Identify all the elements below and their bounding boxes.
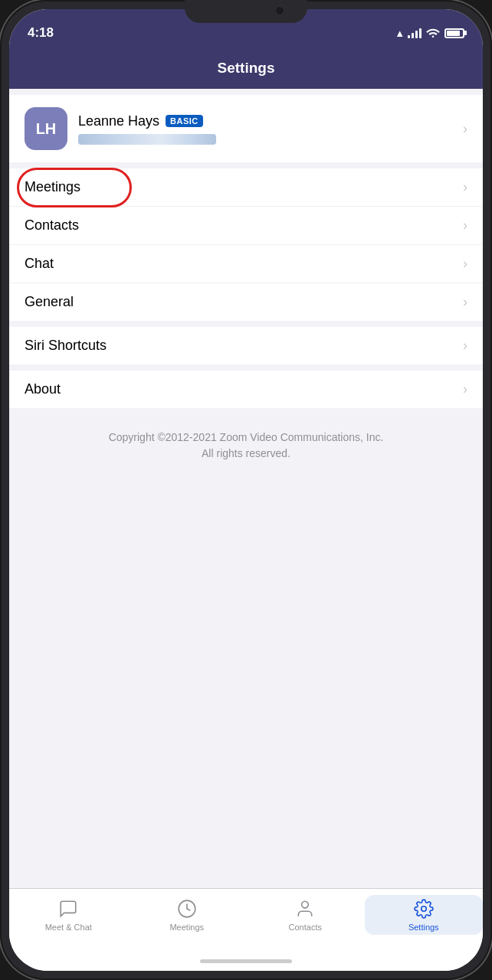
tab-meet-chat[interactable]: Meet & Chat [9,895,128,935]
general-chevron: › [463,294,467,310]
menu-section-3: About › [9,371,483,408]
phone-frame: 4:18 ▲ [0,0,492,980]
profile-row[interactable]: LH Leanne Hays BASIC › [9,95,483,162]
nav-bar: Settings [9,47,483,89]
profile-chevron: › [463,121,467,137]
contacts-chevron: › [463,217,467,234]
menu-label-about: About [25,381,463,397]
battery-fill [447,31,460,36]
battery-icon [444,28,464,38]
profile-info: Leanne Hays BASIC [78,113,463,145]
meetings-chevron: › [463,179,467,195]
meetings-tab-icon [176,898,198,920]
menu-item-meetings[interactable]: Meetings › [9,168,483,207]
signal-bar-1 [408,35,410,38]
contacts-tab-icon [294,898,316,920]
home-bar [200,959,292,963]
signal-bars [408,28,421,38]
camera [275,6,284,15]
copyright-text: Copyright ©2012-2021 Zoom Video Communic… [9,414,483,477]
plan-badge: BASIC [166,115,203,127]
menu-label-general: General [25,294,463,310]
tab-meetings-label: Meetings [169,923,204,932]
chat-chevron: › [463,256,467,272]
wifi-icon [426,27,440,40]
content: LH Leanne Hays BASIC › Meetings › [9,89,483,888]
menu-item-about[interactable]: About › [9,371,483,408]
signal-bar-3 [415,31,418,38]
menu-label-meetings: Meetings [25,179,463,195]
meet-chat-icon [57,898,79,920]
about-chevron: › [463,381,467,397]
tab-contacts-label: Contacts [289,923,322,932]
signal-bar-2 [412,33,414,38]
profile-name-row: Leanne Hays BASIC [78,113,463,129]
screen: 4:18 ▲ [9,9,483,971]
avatar: LH [25,107,67,150]
profile-email-blurred [78,134,216,145]
top-spacer [9,89,483,95]
location-icon: ▲ [395,28,405,39]
signal-bar-4 [419,28,421,38]
tab-settings[interactable]: Settings [365,895,484,935]
status-icons [408,27,464,40]
menu-section-1: Meetings › Contacts › Chat › General › [9,168,483,321]
profile-section: LH Leanne Hays BASIC › [9,95,483,162]
status-time: 4:18 [28,25,395,41]
menu-item-siri[interactable]: Siri Shortcuts › [9,327,483,364]
siri-chevron: › [463,338,467,354]
menu-label-contacts: Contacts [25,217,463,234]
profile-name: Leanne Hays [78,113,159,129]
tab-meetings[interactable]: Meetings [128,895,247,935]
svg-point-2 [421,906,427,912]
page-title: Settings [218,60,275,77]
notch [185,0,307,23]
settings-tab-icon [413,898,435,920]
tab-contacts[interactable]: Contacts [246,895,365,935]
menu-item-chat[interactable]: Chat › [9,245,483,283]
svg-point-1 [302,901,309,908]
menu-section-2: Siri Shortcuts › [9,327,483,364]
menu-item-contacts[interactable]: Contacts › [9,207,483,245]
menu-item-general[interactable]: General › [9,283,483,321]
home-indicator [9,951,483,971]
menu-label-siri: Siri Shortcuts [25,338,463,354]
menu-label-chat: Chat [25,256,463,272]
tab-settings-label: Settings [408,923,439,932]
tab-meet-chat-label: Meet & Chat [45,923,92,932]
tab-bar: Meet & Chat Meetings C [9,888,483,951]
